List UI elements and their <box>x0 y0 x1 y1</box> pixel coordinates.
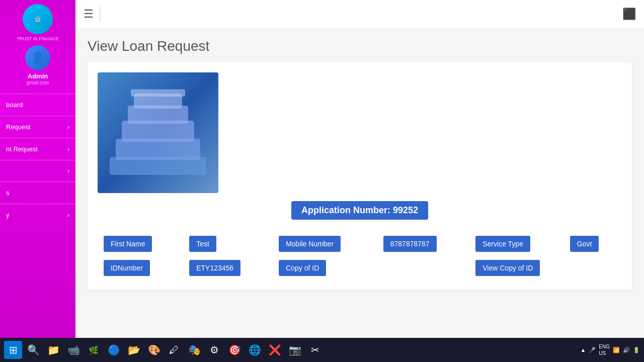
sidebar-item-nt-request[interactable]: nt Request › <box>0 140 75 158</box>
sidebar-item-s[interactable]: s <box>0 184 75 202</box>
table-row-2: IDNumber ETY123456 Copy of ID View Copy … <box>98 256 622 280</box>
taskbar-right: ▲ 🎤 ENGUS 📶 🔊 🔋 <box>580 343 640 356</box>
start-button[interactable]: ⊞ <box>4 341 22 359</box>
sidebar-label-request: Request <box>6 123 30 131</box>
id-number-label: IDNumber <box>104 260 150 276</box>
loan-request-card: Application Number: 99252 First Name Tes… <box>88 62 632 290</box>
cell-mobile-label: Mobile Number <box>273 232 377 256</box>
sidebar-label-y: y <box>6 211 10 219</box>
logo-image-box <box>98 72 218 193</box>
sidebar-label-dashboard: board <box>6 101 23 109</box>
taskbar-video-icon[interactable]: 📹 <box>64 341 83 359</box>
svg-rect-1 <box>116 139 200 160</box>
user-email: gmail.com <box>26 80 49 85</box>
sidebar-logo: 🏦 <box>23 4 53 34</box>
sidebar-divider-3 <box>0 138 75 138</box>
taskbar-volume-icon[interactable]: 🔊 <box>623 347 630 353</box>
cell-firstname-value: Test <box>183 232 273 256</box>
taskbar-lang: ENGUS <box>599 343 610 356</box>
sidebar-item-y[interactable]: y › <box>0 206 75 224</box>
copy-id-label: Copy of ID <box>279 260 326 276</box>
sidebar-arrow-request: › <box>67 124 69 131</box>
sidebar-arrow-nt-request: › <box>67 146 69 153</box>
sidebar-arrow-3: › <box>67 167 69 174</box>
sidebar-item-3[interactable]: › <box>0 162 75 179</box>
taskbar: ⊞ 🔍 📁 📹 🌿 🔵 📂 🎨 🖊 🎭 ⚙ 🎯 🌐 ❌ 📷 ✂ ▲ 🎤 ENGU… <box>0 338 644 362</box>
app-number-container: Application Number: 99252 <box>98 193 622 228</box>
svg-rect-2 <box>122 121 194 142</box>
sidebar-label-s: s <box>6 189 10 197</box>
topbar-divider <box>100 7 100 22</box>
taskbar-paint-icon[interactable]: 🎨 <box>145 341 163 359</box>
sidebar-divider-6 <box>0 204 75 204</box>
taskbar-draw-icon[interactable]: 🖊 <box>165 341 183 359</box>
cell-service-label: Service Type <box>469 232 564 256</box>
mobile-label: Mobile Number <box>279 236 341 252</box>
sidebar-arrow-y: › <box>67 212 69 219</box>
cell-mobile-value: 8787878787 <box>377 232 470 256</box>
sidebar-label-nt-request: nt Request <box>6 145 38 153</box>
svg-rect-5 <box>131 89 185 97</box>
sidebar: 🏦 TRUST IN FINANCE 👤 Admin gmail.com boa… <box>0 0 75 338</box>
view-copy-id-button[interactable]: View Copy of ID <box>475 260 540 276</box>
sidebar-item-dashboard[interactable]: board <box>0 96 75 114</box>
mobile-value: 8787878787 <box>383 236 437 252</box>
menu-icon[interactable]: ☰ <box>84 8 94 21</box>
cell-viewcopyid[interactable]: View Copy of ID <box>469 256 622 280</box>
taskbar-mic-icon[interactable]: 🎤 <box>589 347 596 353</box>
sidebar-divider-5 <box>0 182 75 182</box>
service-type-value: Govt <box>570 236 599 252</box>
taskbar-theater-icon[interactable]: 🎭 <box>185 341 203 359</box>
cell-copyid-label: Copy of ID <box>273 256 377 280</box>
service-type-label: Service Type <box>475 236 530 252</box>
page-title: View Loan Request <box>88 38 632 54</box>
sidebar-divider-2 <box>0 116 75 116</box>
cell-idnumber-value: ETY123456 <box>183 256 273 280</box>
taskbar-wifi-icon[interactable]: 📶 <box>613 347 620 353</box>
taskbar-edge-icon[interactable]: 🔵 <box>105 341 123 359</box>
taskbar-scissors-icon[interactable]: ✂ <box>306 341 324 359</box>
taskbar-green-icon[interactable]: 🌿 <box>85 341 103 359</box>
topbar: ☰ ⬛ <box>75 0 644 28</box>
sidebar-divider-4 <box>0 160 75 160</box>
sidebar-divider <box>0 94 75 94</box>
taskbar-files-icon[interactable]: 📁 <box>44 341 62 359</box>
first-name-label: First Name <box>104 236 152 252</box>
taskbar-red-icon[interactable]: ❌ <box>266 341 284 359</box>
taskbar-tool-icon[interactable]: ⚙ <box>205 341 223 359</box>
content-wrapper: ☰ ⬛ View Loan Request <box>75 0 644 338</box>
taskbar-browser-icon[interactable]: 🌐 <box>246 341 264 359</box>
logo-text: 🏦 <box>35 16 41 22</box>
sidebar-item-request[interactable]: Request › <box>0 118 75 136</box>
logo-subtext: TRUST IN FINANCE <box>17 36 58 41</box>
stack-visual <box>98 72 218 193</box>
app-number-badge: Application Number: 99252 <box>291 201 428 220</box>
cell-copyid-value <box>377 256 470 280</box>
taskbar-camera-icon[interactable]: 📷 <box>286 341 304 359</box>
search-taskbar-button[interactable]: 🔍 <box>24 341 42 359</box>
avatar: 👤 <box>25 45 50 70</box>
info-table: First Name Test Mobile Number 8787878787 <box>98 232 622 280</box>
username: Admin <box>28 72 48 80</box>
cell-firstname-label: First Name <box>98 232 183 256</box>
table-row-1: First Name Test Mobile Number 8787878787 <box>98 232 622 256</box>
taskbar-battery-icon[interactable]: 🔋 <box>633 347 640 353</box>
cell-idnumber-label: IDNumber <box>98 256 183 280</box>
taskbar-folder-icon[interactable]: 📂 <box>125 341 143 359</box>
taskbar-target-icon[interactable]: 🎯 <box>225 341 244 359</box>
app-container: 🏦 TRUST IN FINANCE 👤 Admin gmail.com boa… <box>0 0 644 338</box>
taskbar-arrow-up[interactable]: ▲ <box>580 347 586 353</box>
first-name-value: Test <box>189 236 216 252</box>
monitor-icon[interactable]: ⬛ <box>622 8 636 21</box>
cell-service-value: Govt <box>564 232 622 256</box>
main-content: View Loan Request <box>75 28 644 338</box>
id-number-value: ETY123456 <box>189 260 240 276</box>
